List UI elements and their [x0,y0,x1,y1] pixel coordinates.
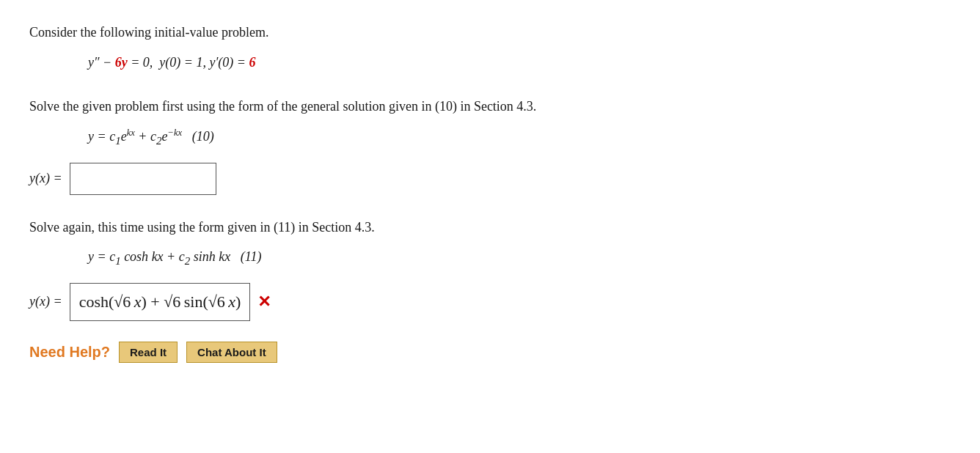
ode-red-term: 6y [115,55,128,70]
eq10-display: y = c1ekx + c2e−kx (10) [88,125,951,151]
yx-label-1: y(x) = [29,171,62,186]
wrong-icon: ✕ [257,292,271,312]
intro-text: Consider the following initial-value pro… [29,22,951,43]
ode-equation: y″ − 6y = 0, y(0) = 1, y′(0) = 6 [88,51,951,74]
chat-about-it-button[interactable]: Chat About It [186,342,277,363]
answer1-row: y(x) = [29,163,951,195]
yx-label-2: y(x) = [29,294,62,309]
ode-left: y″ − [88,55,115,70]
answer2-content: cosh(√6 x) + √6 sin(√6 x) [79,292,241,312]
instruction1-text: Solve the given problem first using the … [29,96,951,117]
eq11-display: y = c1 cosh kx + c2 sinh kx (11) [88,245,951,271]
ode-ic-red: 6 [249,55,255,70]
ode-middle: = 0, y(0) = 1, y′(0) = [128,55,249,70]
answer-input-1[interactable] [70,163,216,195]
answer2-row: y(x) = cosh(√6 x) + √6 sin(√6 x) ✕ [29,283,951,321]
need-help-section: Need Help? Read It Chat About It [29,342,951,363]
read-it-button[interactable]: Read It [119,342,178,363]
answer-input-2[interactable]: cosh(√6 x) + √6 sin(√6 x) [70,283,251,321]
need-help-label: Need Help? [29,344,110,361]
instruction2-text: Solve again, this time using the form gi… [29,217,951,238]
